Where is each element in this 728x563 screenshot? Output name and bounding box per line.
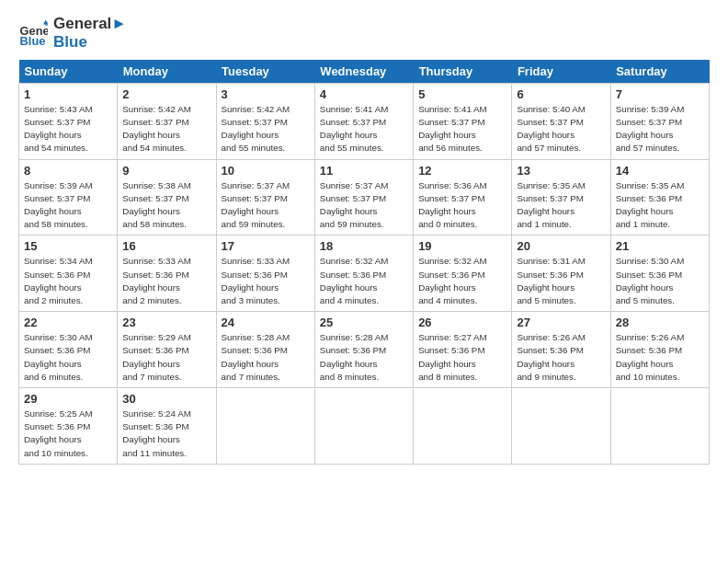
logo-icon: General Blue [18,18,48,48]
day-number: 21 [616,239,704,253]
day-header-thursday: Thursday [414,60,512,84]
day-headers: SundayMondayTuesdayWednesdayThursdayFrid… [19,60,710,84]
day-number: 26 [418,316,506,329]
day-cell-2: 2Sunrise: 5:42 AMSunset: 5:37 PMDaylight… [118,83,216,159]
day-number: 23 [122,316,210,329]
day-info: Sunrise: 5:26 AMSunset: 5:36 PMDaylight … [616,331,704,384]
week-row-5: 29Sunrise: 5:25 AMSunset: 5:36 PMDayligh… [19,388,710,465]
day-cell-7: 7Sunrise: 5:39 AMSunset: 5:37 PMDaylight… [610,83,709,159]
logo-general: General► [53,15,127,33]
day-info: Sunrise: 5:27 AMSunset: 5:36 PMDaylight … [418,331,506,384]
day-number: 10 [222,164,310,178]
empty-cell [414,388,512,465]
day-cell-27: 27Sunrise: 5:26 AMSunset: 5:36 PMDayligh… [512,312,610,388]
day-info: Sunrise: 5:42 AMSunset: 5:37 PMDaylight … [122,103,210,155]
day-number: 3 [222,87,310,101]
day-number: 15 [24,239,112,253]
week-row-4: 22Sunrise: 5:30 AMSunset: 5:36 PMDayligh… [19,312,710,388]
day-info: Sunrise: 5:26 AMSunset: 5:36 PMDaylight … [517,331,605,384]
day-cell-21: 21Sunrise: 5:30 AMSunset: 5:36 PMDayligh… [610,236,709,312]
day-number: 22 [24,316,112,329]
day-info: Sunrise: 5:24 AMSunset: 5:36 PMDaylight … [122,408,210,460]
day-info: Sunrise: 5:41 AMSunset: 5:37 PMDaylight … [418,103,506,155]
day-info: Sunrise: 5:25 AMSunset: 5:36 PMDaylight … [24,408,112,460]
day-header-wednesday: Wednesday [314,60,413,84]
day-info: Sunrise: 5:35 AMSunset: 5:36 PMDaylight … [616,179,704,232]
day-info: Sunrise: 5:35 AMSunset: 5:37 PMDaylight … [517,179,605,232]
day-number: 30 [122,392,210,406]
day-info: Sunrise: 5:38 AMSunset: 5:37 PMDaylight … [122,179,210,232]
day-cell-9: 9Sunrise: 5:38 AMSunset: 5:37 PMDaylight… [118,159,216,236]
day-header-tuesday: Tuesday [216,60,314,84]
day-number: 2 [122,87,210,101]
day-number: 28 [616,316,704,329]
day-number: 12 [418,164,506,178]
day-cell-3: 3Sunrise: 5:42 AMSunset: 5:37 PMDaylight… [216,83,314,159]
day-number: 8 [24,164,112,178]
day-cell-14: 14Sunrise: 5:35 AMSunset: 5:36 PMDayligh… [610,159,709,236]
day-cell-6: 6Sunrise: 5:40 AMSunset: 5:37 PMDaylight… [512,83,610,159]
day-number: 20 [517,239,605,253]
day-info: Sunrise: 5:28 AMSunset: 5:36 PMDaylight … [222,331,310,384]
day-info: Sunrise: 5:39 AMSunset: 5:37 PMDaylight … [616,103,704,155]
empty-cell [216,388,314,465]
calendar-table: SundayMondayTuesdayWednesdayThursdayFrid… [18,60,710,465]
day-number: 6 [517,87,605,101]
day-header-sunday: Sunday [19,60,118,84]
empty-cell [314,388,413,465]
day-cell-19: 19Sunrise: 5:32 AMSunset: 5:36 PMDayligh… [414,236,512,312]
day-cell-1: 1Sunrise: 5:43 AMSunset: 5:37 PMDaylight… [19,83,118,159]
day-cell-30: 30Sunrise: 5:24 AMSunset: 5:36 PMDayligh… [118,388,216,465]
logo-blue: Blue [53,33,127,52]
week-row-3: 15Sunrise: 5:34 AMSunset: 5:36 PMDayligh… [19,236,710,312]
day-cell-4: 4Sunrise: 5:41 AMSunset: 5:37 PMDaylight… [314,83,413,159]
day-cell-16: 16Sunrise: 5:33 AMSunset: 5:36 PMDayligh… [118,236,216,312]
day-info: Sunrise: 5:30 AMSunset: 5:36 PMDaylight … [616,255,704,307]
day-number: 27 [517,316,605,329]
day-cell-17: 17Sunrise: 5:33 AMSunset: 5:36 PMDayligh… [216,236,314,312]
day-header-monday: Monday [118,60,216,84]
day-cell-13: 13Sunrise: 5:35 AMSunset: 5:37 PMDayligh… [512,159,610,236]
day-info: Sunrise: 5:31 AMSunset: 5:36 PMDaylight … [517,255,605,307]
day-info: Sunrise: 5:43 AMSunset: 5:37 PMDaylight … [24,103,112,155]
day-info: Sunrise: 5:32 AMSunset: 5:36 PMDaylight … [320,255,408,307]
day-info: Sunrise: 5:37 AMSunset: 5:37 PMDaylight … [222,179,310,232]
day-info: Sunrise: 5:42 AMSunset: 5:37 PMDaylight … [222,103,310,155]
day-number: 16 [122,239,210,253]
day-cell-23: 23Sunrise: 5:29 AMSunset: 5:36 PMDayligh… [118,312,216,388]
day-cell-26: 26Sunrise: 5:27 AMSunset: 5:36 PMDayligh… [414,312,512,388]
day-cell-10: 10Sunrise: 5:37 AMSunset: 5:37 PMDayligh… [216,159,314,236]
day-number: 19 [418,239,506,253]
day-info: Sunrise: 5:30 AMSunset: 5:36 PMDaylight … [24,331,112,384]
day-cell-11: 11Sunrise: 5:37 AMSunset: 5:37 PMDayligh… [314,159,413,236]
day-number: 13 [517,164,605,178]
day-info: Sunrise: 5:37 AMSunset: 5:37 PMDaylight … [320,179,408,232]
day-cell-5: 5Sunrise: 5:41 AMSunset: 5:37 PMDaylight… [414,83,512,159]
day-cell-24: 24Sunrise: 5:28 AMSunset: 5:36 PMDayligh… [216,312,314,388]
day-number: 11 [320,164,408,178]
day-number: 29 [24,392,112,406]
day-info: Sunrise: 5:33 AMSunset: 5:36 PMDaylight … [222,255,310,307]
day-info: Sunrise: 5:34 AMSunset: 5:36 PMDaylight … [24,255,112,307]
day-info: Sunrise: 5:41 AMSunset: 5:37 PMDaylight … [320,103,408,155]
day-cell-25: 25Sunrise: 5:28 AMSunset: 5:36 PMDayligh… [314,312,413,388]
day-cell-8: 8Sunrise: 5:39 AMSunset: 5:37 PMDaylight… [19,159,118,236]
day-number: 9 [122,164,210,178]
header: General Blue General► Blue [18,15,710,52]
day-header-friday: Friday [512,60,610,84]
day-number: 24 [222,316,310,329]
day-number: 5 [418,87,506,101]
day-number: 4 [320,87,408,101]
day-info: Sunrise: 5:39 AMSunset: 5:37 PMDaylight … [24,179,112,232]
day-number: 14 [616,164,704,178]
day-info: Sunrise: 5:29 AMSunset: 5:36 PMDaylight … [122,331,210,384]
svg-text:Blue: Blue [20,34,46,48]
empty-cell [512,388,610,465]
week-row-2: 8Sunrise: 5:39 AMSunset: 5:37 PMDaylight… [19,159,710,236]
day-header-saturday: Saturday [610,60,709,84]
day-cell-20: 20Sunrise: 5:31 AMSunset: 5:36 PMDayligh… [512,236,610,312]
empty-cell [610,388,709,465]
day-cell-28: 28Sunrise: 5:26 AMSunset: 5:36 PMDayligh… [610,312,709,388]
day-cell-12: 12Sunrise: 5:36 AMSunset: 5:37 PMDayligh… [414,159,512,236]
day-number: 17 [222,239,310,253]
